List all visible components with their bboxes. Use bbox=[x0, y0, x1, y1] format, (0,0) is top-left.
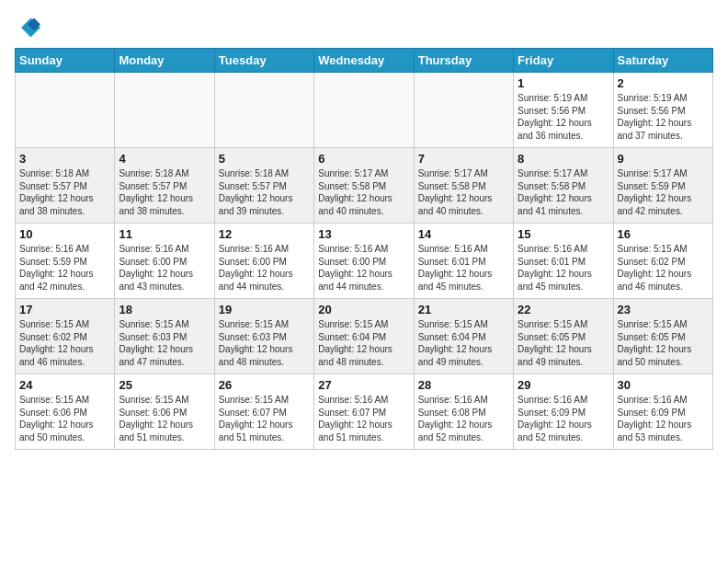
day-info: Sunrise: 5:15 AM Sunset: 6:05 PM Dayligh… bbox=[618, 318, 709, 368]
calendar-table: SundayMondayTuesdayWednesdayThursdayFrid… bbox=[15, 48, 713, 450]
calendar-cell: 30Sunrise: 5:16 AM Sunset: 6:09 PM Dayli… bbox=[613, 374, 712, 450]
day-number: 30 bbox=[618, 378, 709, 392]
day-number: 9 bbox=[618, 152, 709, 166]
day-number: 14 bbox=[418, 227, 509, 241]
day-info: Sunrise: 5:18 AM Sunset: 5:57 PM Dayligh… bbox=[19, 167, 110, 217]
calendar-cell: 18Sunrise: 5:15 AM Sunset: 6:03 PM Dayli… bbox=[115, 299, 214, 374]
calendar-cell: 21Sunrise: 5:15 AM Sunset: 6:04 PM Dayli… bbox=[414, 299, 513, 374]
weekday-header: Tuesday bbox=[214, 49, 313, 73]
day-number: 28 bbox=[418, 378, 509, 392]
day-number: 22 bbox=[518, 303, 609, 316]
calendar-cell: 15Sunrise: 5:16 AM Sunset: 6:01 PM Dayli… bbox=[514, 224, 613, 299]
day-info: Sunrise: 5:16 AM Sunset: 6:01 PM Dayligh… bbox=[418, 243, 509, 293]
calendar-cell: 3Sunrise: 5:18 AM Sunset: 5:57 PM Daylig… bbox=[16, 148, 115, 224]
day-info: Sunrise: 5:16 AM Sunset: 6:00 PM Dayligh… bbox=[219, 243, 310, 293]
day-info: Sunrise: 5:15 AM Sunset: 6:02 PM Dayligh… bbox=[19, 318, 110, 368]
weekday-header: Sunday bbox=[16, 49, 115, 73]
day-info: Sunrise: 5:17 AM Sunset: 5:58 PM Dayligh… bbox=[318, 167, 409, 217]
day-number: 6 bbox=[318, 152, 409, 166]
calendar-cell: 6Sunrise: 5:17 AM Sunset: 5:58 PM Daylig… bbox=[314, 148, 414, 224]
calendar-cell: 20Sunrise: 5:15 AM Sunset: 6:04 PM Dayli… bbox=[314, 299, 414, 374]
day-number: 10 bbox=[19, 227, 110, 241]
day-number: 24 bbox=[19, 378, 110, 392]
day-info: Sunrise: 5:16 AM Sunset: 6:09 PM Dayligh… bbox=[618, 394, 709, 443]
calendar-week-row: 17Sunrise: 5:15 AM Sunset: 6:02 PM Dayli… bbox=[16, 299, 713, 374]
day-number: 13 bbox=[318, 227, 409, 241]
day-number: 1 bbox=[518, 76, 609, 90]
calendar-cell: 12Sunrise: 5:16 AM Sunset: 6:00 PM Dayli… bbox=[214, 224, 313, 299]
calendar-cell: 27Sunrise: 5:16 AM Sunset: 6:07 PM Dayli… bbox=[314, 374, 414, 450]
calendar-cell: 11Sunrise: 5:16 AM Sunset: 6:00 PM Dayli… bbox=[115, 224, 214, 299]
day-info: Sunrise: 5:15 AM Sunset: 6:03 PM Dayligh… bbox=[219, 318, 310, 368]
calendar-week-row: 1Sunrise: 5:19 AM Sunset: 5:56 PM Daylig… bbox=[16, 73, 713, 148]
weekday-header: Monday bbox=[115, 49, 214, 73]
day-number: 27 bbox=[318, 378, 409, 392]
day-number: 20 bbox=[318, 303, 409, 316]
calendar-cell: 26Sunrise: 5:15 AM Sunset: 6:07 PM Dayli… bbox=[214, 374, 313, 450]
day-info: Sunrise: 5:16 AM Sunset: 6:09 PM Dayligh… bbox=[518, 394, 609, 443]
day-number: 3 bbox=[19, 152, 110, 166]
calendar-cell: 25Sunrise: 5:15 AM Sunset: 6:06 PM Dayli… bbox=[115, 374, 214, 450]
calendar-cell: 24Sunrise: 5:15 AM Sunset: 6:06 PM Dayli… bbox=[16, 374, 115, 450]
calendar-cell: 2Sunrise: 5:19 AM Sunset: 5:56 PM Daylig… bbox=[613, 73, 712, 148]
day-number: 26 bbox=[219, 378, 310, 392]
day-number: 29 bbox=[518, 378, 609, 392]
day-info: Sunrise: 5:15 AM Sunset: 6:03 PM Dayligh… bbox=[119, 318, 210, 368]
day-info: Sunrise: 5:15 AM Sunset: 6:06 PM Dayligh… bbox=[19, 394, 110, 443]
day-info: Sunrise: 5:15 AM Sunset: 6:06 PM Dayligh… bbox=[119, 394, 210, 443]
calendar-cell: 7Sunrise: 5:17 AM Sunset: 5:58 PM Daylig… bbox=[414, 148, 513, 224]
day-info: Sunrise: 5:18 AM Sunset: 5:57 PM Dayligh… bbox=[219, 167, 310, 217]
calendar-cell bbox=[214, 73, 313, 148]
day-info: Sunrise: 5:15 AM Sunset: 6:05 PM Dayligh… bbox=[518, 318, 609, 368]
logo-icon bbox=[15, 15, 40, 40]
calendar-cell: 28Sunrise: 5:16 AM Sunset: 6:08 PM Dayli… bbox=[414, 374, 513, 450]
day-info: Sunrise: 5:16 AM Sunset: 6:00 PM Dayligh… bbox=[119, 243, 210, 293]
calendar-cell: 17Sunrise: 5:15 AM Sunset: 6:02 PM Dayli… bbox=[16, 299, 115, 374]
day-info: Sunrise: 5:18 AM Sunset: 5:57 PM Dayligh… bbox=[119, 167, 210, 217]
weekday-header-row: SundayMondayTuesdayWednesdayThursdayFrid… bbox=[16, 49, 713, 73]
day-number: 15 bbox=[518, 227, 609, 241]
calendar-cell: 9Sunrise: 5:17 AM Sunset: 5:59 PM Daylig… bbox=[613, 148, 712, 224]
calendar-cell: 16Sunrise: 5:15 AM Sunset: 6:02 PM Dayli… bbox=[613, 224, 712, 299]
calendar-cell bbox=[115, 73, 214, 148]
day-number: 23 bbox=[618, 303, 709, 316]
calendar-cell: 13Sunrise: 5:16 AM Sunset: 6:00 PM Dayli… bbox=[314, 224, 414, 299]
weekday-header: Thursday bbox=[414, 49, 513, 73]
calendar-cell: 14Sunrise: 5:16 AM Sunset: 6:01 PM Dayli… bbox=[414, 224, 513, 299]
logo bbox=[15, 15, 44, 40]
day-info: Sunrise: 5:16 AM Sunset: 6:07 PM Dayligh… bbox=[318, 394, 409, 443]
day-info: Sunrise: 5:17 AM Sunset: 5:58 PM Dayligh… bbox=[418, 167, 509, 217]
day-info: Sunrise: 5:16 AM Sunset: 6:01 PM Dayligh… bbox=[518, 243, 609, 293]
day-number: 7 bbox=[418, 152, 509, 166]
calendar-cell bbox=[414, 73, 513, 148]
day-info: Sunrise: 5:15 AM Sunset: 6:07 PM Dayligh… bbox=[219, 394, 310, 443]
page-header bbox=[15, 15, 713, 40]
calendar-cell: 22Sunrise: 5:15 AM Sunset: 6:05 PM Dayli… bbox=[514, 299, 613, 374]
calendar-cell bbox=[16, 73, 115, 148]
calendar-cell bbox=[314, 73, 414, 148]
day-number: 4 bbox=[119, 152, 210, 166]
weekday-header: Friday bbox=[514, 49, 613, 73]
day-number: 5 bbox=[219, 152, 310, 166]
day-number: 21 bbox=[418, 303, 509, 316]
day-number: 8 bbox=[518, 152, 609, 166]
day-info: Sunrise: 5:16 AM Sunset: 6:00 PM Dayligh… bbox=[318, 243, 409, 293]
day-number: 16 bbox=[618, 227, 709, 241]
day-number: 19 bbox=[219, 303, 310, 316]
day-info: Sunrise: 5:16 AM Sunset: 6:08 PM Dayligh… bbox=[418, 394, 509, 443]
weekday-header: Wednesday bbox=[314, 49, 414, 73]
day-info: Sunrise: 5:17 AM Sunset: 5:58 PM Dayligh… bbox=[518, 167, 609, 217]
day-number: 18 bbox=[119, 303, 210, 316]
day-number: 2 bbox=[618, 76, 709, 90]
day-info: Sunrise: 5:15 AM Sunset: 6:02 PM Dayligh… bbox=[618, 243, 709, 293]
calendar-cell: 19Sunrise: 5:15 AM Sunset: 6:03 PM Dayli… bbox=[214, 299, 313, 374]
day-info: Sunrise: 5:19 AM Sunset: 5:56 PM Dayligh… bbox=[518, 92, 609, 142]
calendar-cell: 10Sunrise: 5:16 AM Sunset: 5:59 PM Dayli… bbox=[16, 224, 115, 299]
day-info: Sunrise: 5:15 AM Sunset: 6:04 PM Dayligh… bbox=[418, 318, 509, 368]
day-info: Sunrise: 5:19 AM Sunset: 5:56 PM Dayligh… bbox=[618, 92, 709, 142]
calendar-cell: 5Sunrise: 5:18 AM Sunset: 5:57 PM Daylig… bbox=[214, 148, 313, 224]
day-number: 25 bbox=[119, 378, 210, 392]
calendar-cell: 23Sunrise: 5:15 AM Sunset: 6:05 PM Dayli… bbox=[613, 299, 712, 374]
day-info: Sunrise: 5:16 AM Sunset: 5:59 PM Dayligh… bbox=[19, 243, 110, 293]
day-number: 17 bbox=[19, 303, 110, 316]
